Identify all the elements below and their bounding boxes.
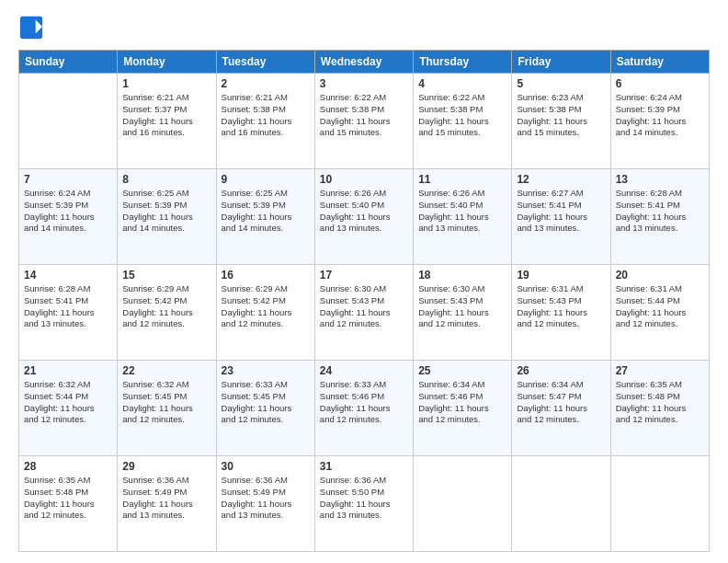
day-number: 27 (616, 364, 704, 377)
cell-info: Sunrise: 6:30 AMSunset: 5:43 PMDaylight:… (418, 283, 506, 330)
day-number: 28 (24, 460, 112, 473)
logo-icon (18, 15, 44, 40)
calendar-cell: 21Sunrise: 6:32 AMSunset: 5:44 PMDayligh… (19, 361, 118, 456)
day-number: 18 (418, 269, 506, 282)
day-number: 17 (320, 269, 408, 282)
calendar-cell: 18Sunrise: 6:30 AMSunset: 5:43 PMDayligh… (414, 265, 512, 361)
day-number: 8 (122, 173, 210, 186)
calendar-week-row: 28Sunrise: 6:35 AMSunset: 5:48 PMDayligh… (19, 456, 710, 552)
page: SundayMondayTuesdayWednesdayThursdayFrid… (0, 0, 728, 563)
weekday-header-saturday: Saturday (610, 51, 709, 74)
calendar-cell: 24Sunrise: 6:33 AMSunset: 5:46 PMDayligh… (314, 361, 413, 456)
cell-info: Sunrise: 6:25 AMSunset: 5:39 PMDaylight:… (222, 188, 310, 235)
day-number: 4 (418, 77, 506, 90)
calendar-cell: 4Sunrise: 6:22 AMSunset: 5:38 PMDaylight… (414, 74, 512, 169)
calendar-cell: 22Sunrise: 6:32 AMSunset: 5:45 PMDayligh… (118, 361, 216, 456)
day-number: 10 (320, 173, 408, 186)
calendar-cell: 27Sunrise: 6:35 AMSunset: 5:48 PMDayligh… (610, 361, 709, 456)
calendar-cell: 5Sunrise: 6:23 AMSunset: 5:38 PMDaylight… (512, 74, 610, 169)
cell-info: Sunrise: 6:25 AMSunset: 5:39 PMDaylight:… (122, 188, 210, 235)
calendar-week-row: 1Sunrise: 6:21 AMSunset: 5:37 PMDaylight… (19, 74, 710, 169)
calendar-cell: 23Sunrise: 6:33 AMSunset: 5:45 PMDayligh… (216, 361, 314, 456)
day-number: 20 (616, 269, 704, 282)
calendar-cell: 10Sunrise: 6:26 AMSunset: 5:40 PMDayligh… (314, 169, 413, 265)
day-number: 2 (222, 77, 310, 90)
cell-info: Sunrise: 6:33 AMSunset: 5:45 PMDaylight:… (222, 379, 310, 426)
calendar-cell: 15Sunrise: 6:29 AMSunset: 5:42 PMDayligh… (118, 265, 216, 361)
cell-info: Sunrise: 6:23 AMSunset: 5:38 PMDaylight:… (517, 92, 605, 139)
calendar-cell: 30Sunrise: 6:36 AMSunset: 5:49 PMDayligh… (216, 456, 314, 552)
cell-info: Sunrise: 6:30 AMSunset: 5:43 PMDaylight:… (320, 283, 408, 330)
cell-info: Sunrise: 6:36 AMSunset: 5:49 PMDaylight:… (122, 475, 210, 522)
calendar-table: SundayMondayTuesdayWednesdayThursdayFrid… (18, 50, 710, 552)
calendar-cell: 20Sunrise: 6:31 AMSunset: 5:44 PMDayligh… (610, 265, 709, 361)
cell-info: Sunrise: 6:34 AMSunset: 5:47 PMDaylight:… (517, 379, 605, 426)
calendar-cell: 19Sunrise: 6:31 AMSunset: 5:43 PMDayligh… (512, 265, 610, 361)
calendar-cell: 6Sunrise: 6:24 AMSunset: 5:39 PMDaylight… (610, 74, 709, 169)
day-number: 5 (517, 77, 605, 90)
calendar-header-row: SundayMondayTuesdayWednesdayThursdayFrid… (19, 51, 710, 74)
cell-info: Sunrise: 6:36 AMSunset: 5:49 PMDaylight:… (222, 475, 310, 522)
calendar-cell: 9Sunrise: 6:25 AMSunset: 5:39 PMDaylight… (216, 169, 314, 265)
calendar-cell: 12Sunrise: 6:27 AMSunset: 5:41 PMDayligh… (512, 169, 610, 265)
day-number: 21 (24, 364, 112, 377)
calendar-cell: 29Sunrise: 6:36 AMSunset: 5:49 PMDayligh… (118, 456, 216, 552)
calendar-cell: 7Sunrise: 6:24 AMSunset: 5:39 PMDaylight… (19, 169, 118, 265)
weekday-header-friday: Friday (512, 51, 610, 74)
calendar-cell: 16Sunrise: 6:29 AMSunset: 5:42 PMDayligh… (216, 265, 314, 361)
calendar-cell: 28Sunrise: 6:35 AMSunset: 5:48 PMDayligh… (19, 456, 118, 552)
calendar-cell (19, 74, 118, 169)
cell-info: Sunrise: 6:28 AMSunset: 5:41 PMDaylight:… (24, 283, 112, 330)
cell-info: Sunrise: 6:21 AMSunset: 5:37 PMDaylight:… (122, 92, 210, 139)
weekday-header-thursday: Thursday (414, 51, 512, 74)
calendar-cell: 25Sunrise: 6:34 AMSunset: 5:46 PMDayligh… (414, 361, 512, 456)
calendar-cell (610, 456, 709, 552)
day-number: 3 (320, 77, 408, 90)
cell-info: Sunrise: 6:35 AMSunset: 5:48 PMDaylight:… (24, 475, 112, 522)
calendar-cell: 17Sunrise: 6:30 AMSunset: 5:43 PMDayligh… (314, 265, 413, 361)
cell-info: Sunrise: 6:34 AMSunset: 5:46 PMDaylight:… (418, 379, 506, 426)
cell-info: Sunrise: 6:24 AMSunset: 5:39 PMDaylight:… (24, 188, 112, 235)
cell-info: Sunrise: 6:35 AMSunset: 5:48 PMDaylight:… (616, 379, 704, 426)
calendar-cell (414, 456, 512, 552)
calendar-week-row: 21Sunrise: 6:32 AMSunset: 5:44 PMDayligh… (19, 361, 710, 456)
weekday-header-monday: Monday (118, 51, 216, 74)
day-number: 11 (418, 173, 506, 186)
cell-info: Sunrise: 6:31 AMSunset: 5:44 PMDaylight:… (616, 283, 704, 330)
day-number: 9 (222, 173, 310, 186)
day-number: 12 (517, 173, 605, 186)
weekday-header-wednesday: Wednesday (314, 51, 413, 74)
cell-info: Sunrise: 6:29 AMSunset: 5:42 PMDaylight:… (222, 283, 310, 330)
day-number: 31 (320, 460, 408, 473)
calendar-cell (512, 456, 610, 552)
day-number: 13 (616, 173, 704, 186)
cell-info: Sunrise: 6:22 AMSunset: 5:38 PMDaylight:… (320, 92, 408, 139)
cell-info: Sunrise: 6:32 AMSunset: 5:44 PMDaylight:… (24, 379, 112, 426)
cell-info: Sunrise: 6:33 AMSunset: 5:46 PMDaylight:… (320, 379, 408, 426)
weekday-header-tuesday: Tuesday (216, 51, 314, 74)
cell-info: Sunrise: 6:32 AMSunset: 5:45 PMDaylight:… (122, 379, 210, 426)
day-number: 30 (222, 460, 310, 473)
calendar-cell: 8Sunrise: 6:25 AMSunset: 5:39 PMDaylight… (118, 169, 216, 265)
header (18, 15, 710, 40)
calendar-cell: 26Sunrise: 6:34 AMSunset: 5:47 PMDayligh… (512, 361, 610, 456)
cell-info: Sunrise: 6:29 AMSunset: 5:42 PMDaylight:… (122, 283, 210, 330)
calendar-cell: 3Sunrise: 6:22 AMSunset: 5:38 PMDaylight… (314, 74, 413, 169)
weekday-header-sunday: Sunday (19, 51, 118, 74)
day-number: 29 (122, 460, 210, 473)
day-number: 26 (517, 364, 605, 377)
cell-info: Sunrise: 6:36 AMSunset: 5:50 PMDaylight:… (320, 475, 408, 522)
calendar-cell: 31Sunrise: 6:36 AMSunset: 5:50 PMDayligh… (314, 456, 413, 552)
cell-info: Sunrise: 6:24 AMSunset: 5:39 PMDaylight:… (616, 92, 704, 139)
cell-info: Sunrise: 6:28 AMSunset: 5:41 PMDaylight:… (616, 188, 704, 235)
cell-info: Sunrise: 6:27 AMSunset: 5:41 PMDaylight:… (517, 188, 605, 235)
cell-info: Sunrise: 6:26 AMSunset: 5:40 PMDaylight:… (418, 188, 506, 235)
cell-info: Sunrise: 6:26 AMSunset: 5:40 PMDaylight:… (320, 188, 408, 235)
day-number: 15 (122, 269, 210, 282)
day-number: 16 (222, 269, 310, 282)
day-number: 14 (24, 269, 112, 282)
day-number: 25 (418, 364, 506, 377)
logo (18, 15, 48, 40)
cell-info: Sunrise: 6:31 AMSunset: 5:43 PMDaylight:… (517, 283, 605, 330)
calendar-cell: 14Sunrise: 6:28 AMSunset: 5:41 PMDayligh… (19, 265, 118, 361)
